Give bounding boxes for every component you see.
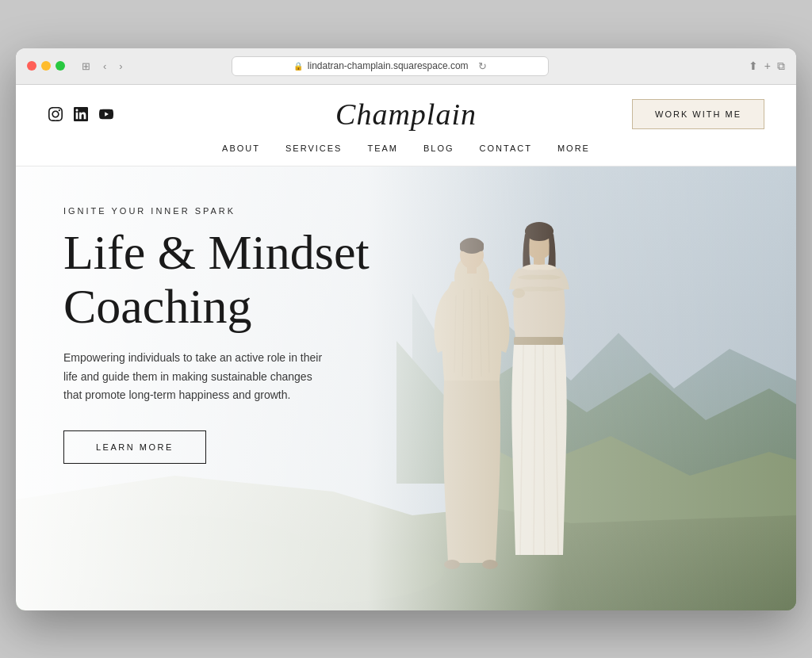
learn-more-button[interactable]: LEARN MORE bbox=[63, 430, 206, 464]
browser-actions: ⬆ + ⧉ bbox=[749, 59, 785, 73]
site-navigation: ABOUT SERVICES TEAM BLOG CONTACT MORE bbox=[16, 136, 796, 166]
forward-button[interactable]: › bbox=[115, 59, 126, 74]
browser-window: ⊞ ‹ › 🔒 lindatran-champlain.squarespace.… bbox=[16, 48, 796, 610]
nav-item-team[interactable]: TEAM bbox=[367, 143, 398, 153]
url-text: lindatran-champlain.squarespace.com bbox=[308, 60, 469, 71]
sidebar-toggle-icon[interactable]: ⊞ bbox=[78, 59, 94, 74]
website-content: Champlain WORK WITH ME ABOUT SERVICES TE… bbox=[16, 85, 796, 610]
social-icons bbox=[48, 106, 114, 122]
lock-icon: 🔒 bbox=[293, 62, 303, 71]
nav-item-about[interactable]: ABOUT bbox=[222, 143, 260, 153]
nav-item-blog[interactable]: BLOG bbox=[423, 143, 454, 153]
tab-overview-icon[interactable]: ⧉ bbox=[777, 59, 785, 73]
linkedin-icon[interactable] bbox=[73, 106, 89, 122]
hero-title: Life & Mindset Coaching bbox=[63, 225, 370, 333]
nav-item-more[interactable]: MORE bbox=[557, 143, 590, 153]
youtube-icon[interactable] bbox=[98, 106, 114, 122]
hero-title-line2: Coaching bbox=[63, 279, 252, 333]
minimize-button[interactable] bbox=[41, 61, 51, 71]
maximize-button[interactable] bbox=[56, 61, 65, 71]
address-bar[interactable]: 🔒 lindatran-champlain.squarespace.com ↻ bbox=[232, 56, 549, 76]
hero-description: Empowering individuals to take an active… bbox=[63, 349, 325, 405]
hero-title-line1: Life & Mindset bbox=[63, 225, 370, 279]
site-header: Champlain WORK WITH ME bbox=[16, 85, 796, 136]
nav-item-services[interactable]: SERVICES bbox=[285, 143, 342, 153]
hero-section: IGNITE YOUR INNER SPARK Life & Mindset C… bbox=[16, 166, 796, 610]
browser-chrome: ⊞ ‹ › 🔒 lindatran-champlain.squarespace.… bbox=[16, 48, 796, 85]
close-button[interactable] bbox=[27, 61, 36, 71]
hero-subtitle: IGNITE YOUR INNER SPARK bbox=[63, 206, 370, 216]
share-icon[interactable]: ⬆ bbox=[749, 59, 758, 73]
instagram-icon[interactable] bbox=[48, 106, 63, 122]
traffic-lights bbox=[27, 61, 65, 71]
work-with-me-button[interactable]: WORK WITH ME bbox=[632, 99, 764, 129]
browser-controls: ⊞ ‹ › bbox=[78, 59, 127, 74]
back-button[interactable]: ‹ bbox=[99, 59, 110, 74]
reload-icon[interactable]: ↻ bbox=[478, 60, 487, 72]
site-title: Champlain bbox=[335, 97, 477, 132]
new-tab-icon[interactable]: + bbox=[764, 59, 771, 73]
hero-content: IGNITE YOUR INNER SPARK Life & Mindset C… bbox=[63, 206, 370, 465]
nav-item-contact[interactable]: CONTACT bbox=[480, 143, 532, 153]
